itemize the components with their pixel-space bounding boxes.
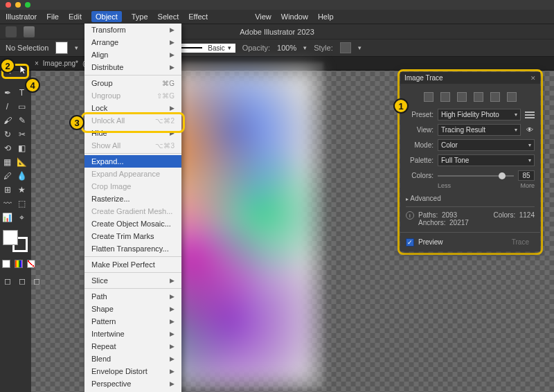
fill-stroke-swatches[interactable] bbox=[1, 229, 29, 253]
trace-stats: i Paths: 2093 Colors: 1124 Anchors: 2021… bbox=[406, 206, 535, 226]
preset-menu-icon[interactable] bbox=[525, 112, 535, 118]
opacity-value[interactable]: 100% bbox=[277, 44, 296, 52]
tool-19[interactable]: ⌖ bbox=[15, 211, 29, 224]
traffic-max-icon[interactable] bbox=[25, 2, 30, 8]
tool-9[interactable]: ◧ bbox=[15, 141, 29, 155]
menuitem-shape[interactable]: Shape▶ bbox=[84, 303, 181, 315]
menuitem-create-trim-marks[interactable]: Create Trim Marks bbox=[84, 230, 181, 242]
menu-view[interactable]: View bbox=[255, 12, 271, 21]
menu-help[interactable]: Help bbox=[318, 12, 334, 21]
view-select[interactable]: Tracing Result▾ bbox=[438, 124, 521, 136]
menuitem-make-pixel-perfect[interactable]: Make Pixel Perfect bbox=[84, 258, 181, 271]
palette-select[interactable]: Full Tone▾ bbox=[438, 154, 535, 166]
colors-value[interactable]: 85 bbox=[518, 170, 535, 181]
tool-0[interactable]: ✒ bbox=[0, 86, 15, 100]
document-tab[interactable]: × Image.png* @ bbox=[35, 60, 89, 67]
nav-back-icon[interactable] bbox=[6, 26, 17, 37]
annotation-badge-4: 4 bbox=[25, 78, 40, 93]
menu-edit[interactable]: Edit bbox=[69, 12, 82, 21]
tool-14[interactable]: ⊞ bbox=[0, 183, 15, 197]
menuitem-distribute[interactable]: Distribute▶ bbox=[84, 61, 181, 73]
tool-4[interactable]: 🖌 bbox=[0, 114, 15, 127]
tool-13[interactable]: 💧 bbox=[15, 169, 29, 183]
draw-normal-icon[interactable]: ◻ bbox=[0, 274, 15, 288]
preset-outline-icon[interactable] bbox=[507, 92, 517, 102]
traffic-close-icon[interactable] bbox=[6, 2, 11, 8]
tool-15[interactable]: ★ bbox=[15, 183, 29, 197]
traffic-min-icon[interactable] bbox=[15, 2, 21, 8]
panel-close-icon[interactable]: ✕ bbox=[530, 75, 536, 82]
menu-select[interactable]: Select bbox=[158, 12, 179, 21]
tool-11[interactable]: 📐 bbox=[15, 155, 29, 169]
preset-icons-row bbox=[406, 92, 535, 102]
menuitem-transform[interactable]: Transform▶ bbox=[84, 24, 181, 36]
menuitem-flatten-transparency-[interactable]: Flatten Transparency... bbox=[84, 242, 181, 255]
object-menu-dropdown: Transform▶Arrange▶Align▶Distribute▶Group… bbox=[84, 24, 181, 392]
preset-photo-icon[interactable] bbox=[440, 92, 450, 102]
draw-inside-icon[interactable]: ◻ bbox=[29, 274, 44, 288]
preset-lowcolor-icon[interactable] bbox=[457, 92, 467, 102]
preset-bw-icon[interactable] bbox=[490, 92, 500, 102]
tool-16[interactable]: 〰 bbox=[0, 197, 15, 211]
preset-auto-icon[interactable] bbox=[424, 92, 434, 102]
menuitem-repeat[interactable]: Repeat▶ bbox=[84, 340, 181, 353]
advanced-toggle[interactable]: Advanced bbox=[406, 195, 535, 202]
chevron-down-icon[interactable]: ▾ bbox=[358, 44, 361, 51]
menuitem-group[interactable]: Group⌘G bbox=[84, 77, 181, 89]
menu-object[interactable]: Object bbox=[91, 11, 122, 22]
menuitem-pattern[interactable]: Pattern▶ bbox=[84, 315, 181, 328]
draw-behind-icon[interactable]: ◻ bbox=[15, 274, 29, 288]
tool-3[interactable]: ▭ bbox=[15, 100, 29, 114]
tab-filename: Image.png* bbox=[43, 60, 78, 67]
menuitem-blend[interactable]: Blend▶ bbox=[84, 353, 181, 365]
menuitem-arrange[interactable]: Arrange▶ bbox=[84, 36, 181, 48]
tool-10[interactable]: ▦ bbox=[0, 155, 15, 169]
preview-checkbox[interactable]: ✓ bbox=[406, 238, 414, 247]
menuitem-create-object-mosaic-[interactable]: Create Object Mosaic... bbox=[84, 217, 181, 230]
style-label: Style: bbox=[314, 44, 333, 52]
tool-6[interactable]: ↻ bbox=[0, 127, 15, 141]
direct-selection-tool-icon[interactable] bbox=[19, 65, 28, 77]
menuitem-path[interactable]: Path▶ bbox=[84, 290, 181, 303]
menuitem-align[interactable]: Align▶ bbox=[84, 48, 181, 61]
menuitem-expand-[interactable]: Expand... bbox=[84, 155, 181, 168]
slider-more-label: More bbox=[520, 182, 535, 189]
menuitem-ungroup: Ungroup⇧⌘G bbox=[84, 89, 181, 102]
mode-select[interactable]: Color▾ bbox=[438, 139, 535, 151]
tool-8[interactable]: ⟲ bbox=[0, 141, 15, 155]
menuitem-intertwine[interactable]: Intertwine▶ bbox=[84, 328, 181, 340]
graphic-style-swatch[interactable] bbox=[340, 42, 351, 53]
annotation-badge-2: 2 bbox=[0, 58, 15, 73]
preset-grayscale-icon[interactable] bbox=[474, 92, 483, 102]
tool-12[interactable]: 🖊 bbox=[0, 169, 15, 183]
menu-effect[interactable]: Effect bbox=[188, 12, 208, 21]
red-slash-swatch-icon[interactable] bbox=[26, 259, 36, 269]
colors-label: Colors: bbox=[406, 172, 434, 179]
colors-slider[interactable] bbox=[438, 172, 514, 180]
tool-5[interactable]: ✎ bbox=[15, 114, 29, 127]
menuitem-perspective[interactable]: Perspective▶ bbox=[84, 377, 181, 390]
annotation-badge-1: 1 bbox=[393, 98, 409, 114]
menuitem-envelope-distort[interactable]: Envelope Distort▶ bbox=[84, 365, 181, 377]
white-swatch-icon[interactable] bbox=[1, 259, 11, 269]
rainbow-swatch-icon[interactable] bbox=[14, 259, 24, 269]
tab-close-icon[interactable]: × bbox=[35, 60, 39, 67]
tool-7[interactable]: ✂ bbox=[15, 127, 29, 141]
chevron-down-icon[interactable]: ▾ bbox=[303, 44, 307, 51]
menu-window[interactable]: Window bbox=[281, 12, 308, 21]
menu-file[interactable]: File bbox=[46, 12, 59, 21]
tool-2[interactable]: / bbox=[0, 100, 15, 114]
preset-select[interactable]: High Fidelity Photo▾ bbox=[438, 109, 521, 121]
chevron-down-icon[interactable]: ▾ bbox=[75, 44, 78, 51]
slider-less-label: Less bbox=[438, 182, 451, 189]
home-icon[interactable] bbox=[24, 26, 35, 37]
menuitem-slice[interactable]: Slice▶ bbox=[84, 274, 181, 287]
menuitem-show-all: Show All⌥⌘3 bbox=[84, 139, 181, 152]
fill-swatch[interactable] bbox=[55, 42, 68, 54]
menu-type[interactable]: Type bbox=[132, 12, 148, 21]
eye-icon[interactable]: 👁 bbox=[525, 126, 535, 134]
tool-17[interactable]: ⬚ bbox=[15, 197, 29, 211]
tool-18[interactable]: 📊 bbox=[0, 211, 15, 224]
menu-illustrator[interactable]: Illustrator bbox=[6, 12, 37, 21]
menuitem-rasterize-[interactable]: Rasterize... bbox=[84, 193, 181, 205]
